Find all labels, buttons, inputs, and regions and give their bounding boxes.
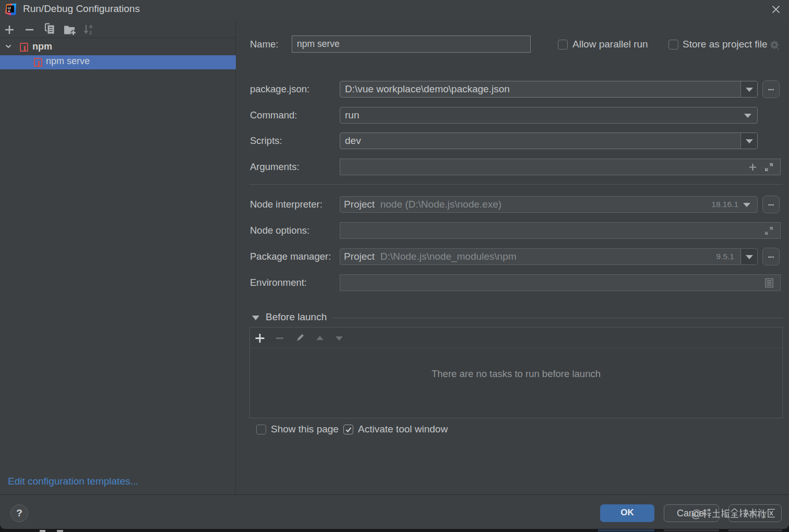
svg-text:z: z [89, 29, 92, 35]
svg-text:a: a [89, 23, 92, 29]
svg-text:IJ: IJ [8, 6, 11, 10]
svg-text:@: @ [691, 508, 701, 519]
